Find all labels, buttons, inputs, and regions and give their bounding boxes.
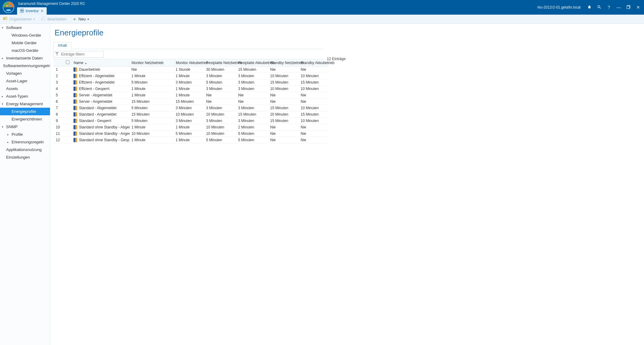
row-number: 2: [53, 73, 64, 79]
tab-inventur[interactable]: Inventur ✕: [17, 7, 47, 15]
cell-value: Nie: [236, 99, 268, 105]
row-number: 5: [53, 92, 64, 99]
data-grid: Name▲Monitor NetzbetriebMonitor Akkubetr…: [53, 59, 323, 143]
cell-value: 3 Minuten: [204, 73, 236, 79]
sidebar-item-assets[interactable]: Assets: [0, 85, 50, 92]
cell-name-text: Standard ohne Standby - Angemeldet: [79, 131, 130, 136]
sidebar-item-vorlagen[interactable]: Vorlagen: [0, 70, 50, 77]
column-header-monitor-netzbetrieb[interactable]: Monitor Netzbetrieb: [130, 59, 174, 66]
sidebar-item-label: Erkennungsregeln: [12, 140, 44, 144]
help-icon[interactable]: ?: [606, 5, 612, 10]
new-button[interactable]: ＋ Neu ▾: [73, 16, 89, 22]
sidebar-item-label: Softwareerkennungsregeln: [3, 63, 50, 68]
row-checkbox-cell: [64, 99, 72, 105]
cell-value: 1 Minute: [130, 137, 174, 143]
table-row[interactable]: 2Effizient - Abgemeldet1 Minute1 Minute3…: [53, 73, 328, 79]
sidebar-item-applikationsnutzung[interactable]: Applikationsnutzung: [0, 146, 50, 153]
cell-name: Standard ohne Standby - Abgemeldet: [72, 124, 130, 131]
window-close-button[interactable]: ✕: [635, 5, 641, 10]
cell-value: 3 Minuten: [236, 105, 268, 111]
column-header-festplatte-akkubetrieb[interactable]: Festplatte Akkubetrieb: [236, 59, 268, 66]
sidebar-item-label: Asset-Typen: [6, 94, 28, 99]
cell-value: 3 Minuten: [204, 105, 236, 111]
close-icon[interactable]: ✕: [41, 9, 44, 13]
cell-value: 3 Minuten: [174, 118, 204, 124]
cell-name: Standard ohne Standby - Angemeldet: [72, 131, 130, 137]
row-checkbox-cell: [64, 124, 72, 131]
table-row[interactable]: 11Standard ohne Standby - Angemeldet10 M…: [53, 131, 328, 137]
energy-profile-icon: [73, 93, 77, 97]
cell-value: 3 Minuten: [174, 105, 204, 111]
sidebar-item-mobile-ger-te[interactable]: Mobile Geräte: [0, 39, 50, 47]
column-header-festplatte-netzbetrieb[interactable]: Festplatte Netzbetrieb: [204, 59, 236, 66]
sidebar-item-inventarisierte-daten[interactable]: ▸Inventarisierte Daten: [0, 54, 50, 62]
cell-value: 3 Minuten: [236, 73, 268, 79]
sidebar-item-softwareerkennungsregeln[interactable]: Softwareerkennungsregeln: [0, 62, 50, 70]
sidebar-item-asset-typen[interactable]: ▸Asset-Typen: [0, 92, 50, 100]
cell-value: 15 Minuten: [130, 99, 174, 105]
cell-name: Effizient - Gesperrt: [72, 86, 130, 92]
cell-name: Standard ohne Standby - Gesperrt: [72, 137, 130, 143]
svg-rect-1: [6, 5, 8, 7]
table-row[interactable]: 1DauerbetriebNie1 Stunde30 Minuten15 Min…: [53, 66, 328, 73]
sidebar-item-erkennungsregeln[interactable]: ▸Erkennungsregeln: [0, 138, 50, 146]
window-restore-button[interactable]: [626, 5, 631, 10]
row-number: 9: [53, 118, 64, 124]
sidebar-item-macos-ger-te[interactable]: macOS-Geräte: [0, 47, 50, 54]
table-row[interactable]: 7Standard - Abgemeldet5 Minuten3 Minuten…: [53, 105, 328, 111]
cell-name: Server - Abgemeldet: [72, 92, 130, 99]
column-header-name[interactable]: Name▲: [72, 59, 130, 66]
edit-button[interactable]: Bearbeiten: [41, 17, 66, 21]
sidebar-item-label: Energy Management: [6, 102, 43, 106]
sidebar-item-snmp[interactable]: ▾SNMP: [0, 123, 50, 131]
svg-rect-2: [9, 5, 11, 7]
table-row[interactable]: 8Standard - Angemeldet15 Minuten10 Minut…: [53, 111, 328, 118]
sidebar-item-energieprofile[interactable]: Energieprofile: [0, 108, 50, 115]
sidebar-item-einstellungen[interactable]: Einstellungen: [0, 153, 50, 161]
select-all-checkbox[interactable]: [66, 60, 70, 64]
column-header-rownum[interactable]: [53, 59, 64, 66]
cell-value: 1 Minute: [174, 86, 204, 92]
cell-name-text: Standard - Angemeldet: [79, 112, 116, 117]
sidebar-item-energy-management[interactable]: ▾Energy Management: [0, 100, 50, 108]
table-row[interactable]: 4Effizient - Gesperrt1 Minute1 Minute3 M…: [53, 86, 328, 92]
search-icon[interactable]: [596, 5, 602, 10]
app-title: baramundi Management Center 2020 R2: [17, 0, 534, 7]
chevron-right-icon: ▸: [7, 133, 10, 136]
sidebar-item-software[interactable]: ▾Software: [0, 24, 50, 31]
new-label: Neu: [78, 17, 86, 21]
sidebar-item-energierichtlinien[interactable]: Energierichtlinien: [0, 115, 50, 123]
window-minimize-button[interactable]: —: [616, 5, 621, 10]
table-row[interactable]: 10Standard ohne Standby - Abgemeldet1 Mi…: [53, 124, 328, 131]
cell-value: Nie: [204, 92, 236, 99]
column-header-standby-netzbetrieb[interactable]: Standby Netzbetrieb: [268, 59, 299, 66]
sidebar-item-windows-ger-te[interactable]: Windows-Geräte: [0, 31, 50, 39]
cell-value: 1 Minute: [130, 86, 174, 92]
filter-input[interactable]: [53, 51, 104, 58]
cell-value: Nie: [236, 92, 268, 99]
entry-count: 12 Einträge: [327, 29, 644, 61]
cell-value: 1 Minute: [174, 137, 204, 143]
sidebar-item-label: Energieprofile: [12, 109, 36, 114]
sidebar-item-profile[interactable]: ▸Profile: [0, 131, 50, 138]
sidebar-item-asset-lager[interactable]: Asset-Lager: [0, 77, 50, 85]
chevron-right-icon: ▸: [2, 95, 5, 98]
cell-value: 5 Minuten: [174, 131, 204, 137]
column-header-checkbox[interactable]: [64, 59, 72, 66]
cell-value: 10 Minuten: [204, 124, 236, 131]
organize-button[interactable]: Organisieren ▾: [3, 17, 35, 21]
row-checkbox-cell: [64, 66, 72, 73]
table-row[interactable]: 3Effizient - Angemeldet5 Minuten3 Minute…: [53, 79, 328, 86]
svg-rect-11: [627, 6, 630, 9]
table-row[interactable]: 5Server - Abgemeldet1 Minute1 MinuteNieN…: [53, 92, 328, 99]
table-row[interactable]: 6Server - Angemeldet15 Minuten15 Minuten…: [53, 99, 328, 105]
bell-icon[interactable]: [587, 5, 592, 10]
row-checkbox-cell: [64, 79, 72, 86]
table-row[interactable]: 9Standard - Gesperrt5 Minuten3 Minuten3 …: [53, 118, 328, 124]
table-row[interactable]: 12Standard ohne Standby - Gesperrt1 Minu…: [53, 137, 328, 143]
window-tabs: Inventur ✕: [17, 7, 534, 15]
tab-inhalt[interactable]: Inhalt: [53, 42, 71, 49]
column-header-monitor-akkubetrieb[interactable]: Monitor Akkubetrieb: [174, 59, 204, 66]
cell-value: 15 Minuten: [130, 111, 174, 118]
sidebar-item-label: Windows-Geräte: [12, 33, 41, 38]
